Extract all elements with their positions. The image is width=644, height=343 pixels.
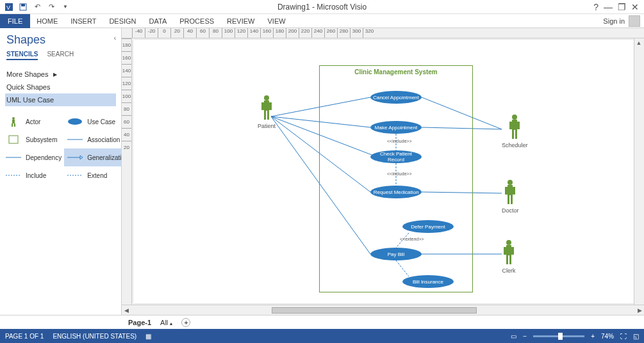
svg-rect-45: [508, 195, 509, 204]
actor-patient[interactable]: Patient: [258, 95, 276, 129]
usecase-cancel[interactable]: Cancel Appointment: [370, 91, 422, 104]
svg-rect-48: [506, 245, 511, 255]
zoom-thumb[interactable]: [558, 333, 563, 340]
shape-actor[interactable]: Actor: [3, 113, 64, 131]
svg-point-4: [12, 117, 15, 120]
canvas-body: 18016014012010080604020: [122, 38, 644, 305]
usecase-defer[interactable]: Defer Payment: [402, 220, 454, 233]
scroll-left-icon[interactable]: ◀: [122, 306, 131, 315]
usecase-bill[interactable]: Bill Insurance: [402, 275, 454, 288]
usecase-pay[interactable]: Pay Bill: [370, 248, 422, 260]
shape-extend[interactable]: Extend: [64, 166, 129, 184]
tab-design[interactable]: DESIGN: [103, 15, 142, 28]
usecase-request[interactable]: Request Medication: [370, 186, 422, 198]
scrollbar-horizontal[interactable]: ◀ ▶: [122, 305, 644, 315]
svg-point-29: [264, 95, 269, 100]
ruler-vertical: 18016014012010080604020: [122, 38, 132, 305]
svg-text:V: V: [6, 4, 10, 11]
tab-review[interactable]: REVIEW: [220, 15, 261, 28]
svg-point-41: [508, 180, 513, 185]
actor-icon: [5, 116, 22, 127]
tab-process[interactable]: PROCESS: [173, 15, 220, 28]
tab-insert[interactable]: INSERT: [64, 15, 103, 28]
svg-rect-7: [14, 124, 15, 127]
fit-page-icon[interactable]: ⛶: [620, 333, 627, 340]
scrollbar-vertical[interactable]: ▲: [634, 38, 644, 305]
stereo-include-1: <<include>>: [387, 139, 412, 143]
collapse-pane-icon[interactable]: ‹: [114, 35, 116, 42]
macro-record-icon[interactable]: ▦: [145, 333, 151, 340]
svg-rect-38: [517, 122, 520, 129]
svg-point-35: [512, 115, 517, 120]
shape-include[interactable]: Include: [3, 166, 64, 184]
tab-file[interactable]: FILE: [0, 14, 30, 28]
stereo-include-2: <<include>>: [387, 172, 412, 176]
tab-home[interactable]: HOME: [30, 15, 64, 28]
shape-use-case[interactable]: Use Case: [64, 113, 129, 131]
help-icon[interactable]: ?: [593, 2, 599, 12]
presentation-mode-icon[interactable]: ▭: [511, 333, 516, 340]
dropdown-icon: ▴: [170, 321, 172, 326]
tab-data[interactable]: DATA: [143, 15, 174, 28]
quick-access-toolbar: V ↶ ↷ ▼: [0, 1, 72, 13]
stencil-uml-use-case[interactable]: UML Use Case: [5, 93, 116, 106]
shape-subsystem[interactable]: Subsystem: [3, 131, 64, 148]
actor-scheduler[interactable]: Scheduler: [502, 114, 528, 148]
svg-rect-32: [269, 102, 272, 110]
status-language[interactable]: ENGLISH (UNITED STATES): [53, 333, 136, 340]
shape-association[interactable]: Association: [64, 131, 129, 148]
svg-rect-37: [509, 122, 512, 129]
undo-icon[interactable]: ↶: [31, 1, 44, 13]
visio-app-icon[interactable]: V: [3, 1, 15, 13]
qat-dropdown-icon[interactable]: ▼: [59, 1, 72, 13]
shape-generalization[interactable]: Generalizati...: [64, 148, 129, 166]
zoom-level[interactable]: 74%: [601, 333, 614, 340]
svg-rect-9: [9, 136, 18, 143]
svg-rect-40: [515, 130, 517, 139]
zoom-slider[interactable]: [533, 335, 584, 337]
scroll-thumb[interactable]: [272, 307, 477, 314]
minimize-icon[interactable]: —: [604, 2, 613, 12]
usecase-make[interactable]: Make Appointment: [370, 121, 422, 134]
drawing-canvas[interactable]: Clinic Management System Patient Schedul…: [133, 40, 643, 303]
usecase-icon: [67, 116, 83, 127]
subtab-stencils[interactable]: STENCILS: [6, 51, 38, 60]
svg-point-47: [506, 240, 511, 245]
actor-doctor[interactable]: Doctor: [502, 179, 519, 214]
stencil-quick-shapes[interactable]: Quick Shapes: [5, 81, 116, 93]
close-icon[interactable]: ✕: [631, 2, 639, 12]
zoom-out-icon[interactable]: −: [523, 333, 527, 340]
save-icon[interactable]: [17, 1, 29, 13]
avatar-icon: [629, 15, 640, 27]
tab-page-1[interactable]: Page-1: [128, 319, 151, 326]
scroll-up-icon[interactable]: ▲: [634, 38, 643, 47]
ruler-horizontal: -40-200204060801001201401601802002202402…: [122, 28, 644, 38]
svg-rect-31: [261, 102, 264, 110]
canvas-area: -40-200204060801001201401601802002202402…: [122, 28, 644, 315]
shapes-subtabs: STENCILS SEARCH: [0, 49, 121, 64]
svg-rect-50: [511, 247, 514, 255]
pan-zoom-icon[interactable]: ◱: [633, 333, 639, 340]
actor-clerk[interactable]: Clerk: [502, 239, 516, 274]
signin-area[interactable]: Sign in: [603, 15, 644, 27]
maximize-icon[interactable]: ❐: [618, 2, 626, 12]
zoom-in-icon[interactable]: +: [591, 333, 595, 340]
add-page-button[interactable]: +: [181, 318, 190, 327]
svg-rect-30: [264, 100, 269, 111]
status-page[interactable]: PAGE 1 OF 1: [5, 333, 44, 340]
tab-all[interactable]: All ▴: [160, 319, 172, 326]
usecase-check[interactable]: Check Patient Record: [370, 150, 422, 163]
stencil-more-shapes[interactable]: More Shapes▶: [5, 68, 116, 81]
subsystem-title: Clinic Management System: [320, 66, 472, 78]
svg-rect-33: [264, 111, 266, 120]
shape-dependency[interactable]: Dependency: [3, 148, 64, 166]
shapes-title: Shapes ‹: [0, 28, 121, 49]
subtab-search[interactable]: SEARCH: [47, 51, 74, 60]
tab-view[interactable]: VIEW: [261, 15, 292, 28]
statusbar: PAGE 1 OF 1 ENGLISH (UNITED STATES) ▦ ▭ …: [0, 329, 644, 343]
redo-icon[interactable]: ↷: [45, 1, 58, 13]
svg-rect-51: [506, 255, 508, 264]
window-controls: ? — ❐ ✕: [593, 2, 644, 12]
scroll-right-icon[interactable]: ▶: [635, 306, 644, 315]
dependency-icon: [5, 152, 22, 163]
